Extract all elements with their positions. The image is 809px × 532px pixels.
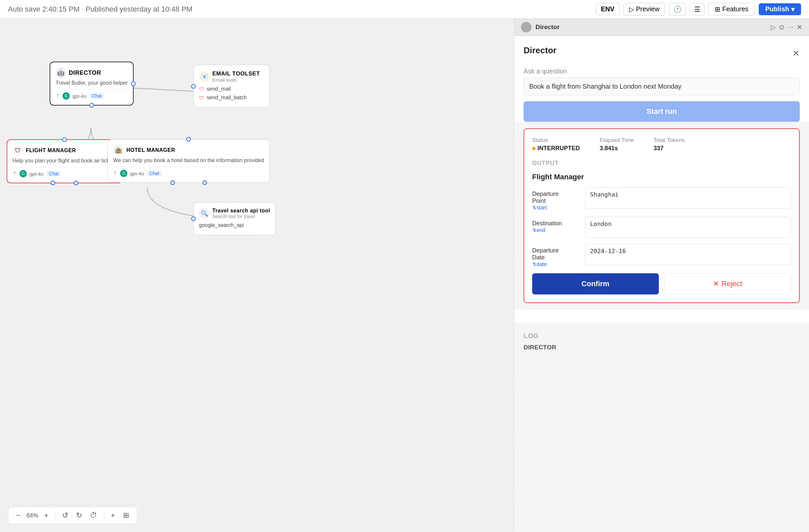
flight-port-bottom [51, 181, 55, 185]
director-model: gpt-4o [72, 93, 87, 99]
flight-node-title: FLIGHT MANAGER [26, 148, 76, 154]
departure-input[interactable] [585, 187, 791, 208]
spacer [514, 310, 809, 323]
director-node[interactable]: 🤖 DIRECTOR Travel Butler, your good help… [50, 62, 134, 105]
departure-label: DeparturePoint [532, 191, 579, 204]
tokens-value: 337 [654, 145, 685, 152]
svg-line-0 [132, 88, 195, 91]
flight-manager-node[interactable]: 🛡 FLIGHT MANAGER Help you plan your flig… [6, 139, 122, 183]
layout-button[interactable]: ⊞ [120, 510, 132, 521]
expand-icon-3: ⇡ [113, 170, 117, 176]
log-director-label: DIRECTOR [523, 344, 800, 351]
topbar: Auto save 2:40:15 PM · Published yesterd… [0, 0, 809, 19]
destination-var: ↯end [532, 227, 546, 233]
tokens-item: Total Tokens 337 [654, 137, 685, 152]
grid-icon: ⊞ [715, 5, 720, 13]
hotel-badge: Chat [147, 170, 162, 176]
reject-label: Reject [722, 279, 742, 288]
list-button[interactable]: ☰ [690, 3, 705, 16]
confirm-button[interactable]: Confirm [532, 273, 659, 294]
list-icon: ☰ [694, 6, 700, 13]
date-var: ↯date [532, 261, 547, 267]
play-icon: ▷ [629, 5, 634, 13]
email-tool-1: send_mail [207, 86, 231, 92]
chat-controls: ▷ ⊙ ··· ✕ [771, 23, 803, 31]
email-node-title: Email toolset [212, 70, 260, 77]
travel-icon: 🔍 [201, 210, 208, 217]
play-icon-chat[interactable]: ▷ [771, 23, 776, 31]
settings-icon-chat[interactable]: ⊙ [779, 23, 785, 31]
panel-title: Director [523, 45, 557, 56]
features-button[interactable]: ⊞ Features [708, 3, 755, 16]
elapsed-label: Elapsed Time [600, 137, 634, 143]
start-run-button[interactable]: Start run [523, 101, 800, 122]
flight-badge: Chat [46, 171, 62, 177]
hotel-node-desc: We can help you book a hotel based on th… [113, 157, 264, 164]
hotel-port-top [186, 137, 191, 142]
log-section: LOG DIRECTOR [514, 323, 809, 351]
toolbar-divider-2 [104, 512, 104, 519]
confirm-reject-row: Confirm ✕ Reject [532, 273, 791, 294]
travel-search-node[interactable]: 🔍 Travel search api tool Search tool for… [193, 202, 276, 235]
ask-input[interactable] [523, 78, 800, 95]
chat-bar-title: Director [535, 23, 767, 31]
date-input[interactable] [585, 244, 791, 265]
publish-button[interactable]: Publish ▾ [759, 3, 801, 15]
shield-icon-2: 🛡 [199, 95, 204, 101]
zoom-in-button[interactable]: + [42, 510, 51, 521]
autosave-text: Auto save 2:40:15 PM · Published yesterd… [8, 5, 591, 14]
env-button[interactable]: ENV [596, 3, 619, 15]
hotel-model: gpt-4o [130, 171, 144, 176]
preview-button[interactable]: ▷ Preview [623, 3, 665, 16]
hotel-node-title: HOTEL MANAGER [126, 147, 175, 153]
director-icon: 🤖 [57, 69, 65, 76]
date-label: DepartureDate [532, 247, 579, 261]
destination-label: Destination [532, 220, 579, 227]
ask-label: Ask a question [523, 68, 800, 75]
panel-close-button[interactable]: ✕ [792, 48, 800, 58]
destination-input[interactable] [585, 217, 791, 238]
openai-icon-2: G [19, 170, 27, 177]
panel-main: Director ✕ Ask a question Start run [514, 36, 809, 122]
reject-button[interactable]: ✕ Reject [664, 273, 791, 294]
status-output-panel: Status INTERRUPTED Elapsed Time 3.841s T… [523, 128, 800, 303]
travel-port-left [191, 217, 196, 221]
hotel-manager-node[interactable]: 🏨 HOTEL MANAGER We can help you book a h… [107, 139, 270, 183]
director-badge: Chat [89, 93, 104, 99]
workflow-canvas[interactable]: 🤖 DIRECTOR Travel Butler, your good help… [0, 19, 514, 532]
expand-icon-2: ⇡ [13, 171, 17, 177]
openai-icon-3: G [120, 170, 127, 177]
elapsed-item: Elapsed Time 3.841s [600, 137, 634, 152]
email-toolset-node[interactable]: 📧 Email toolset Email tools 🛡 send_mail … [193, 65, 270, 107]
x-icon: ✕ [713, 279, 719, 288]
redo-button[interactable]: ↻ [73, 510, 85, 521]
log-label: LOG [523, 332, 800, 340]
hotel-port-bottom-2 [202, 180, 207, 185]
elapsed-value: 3.841s [600, 145, 634, 152]
expand-icon: ⇡ [55, 93, 60, 99]
history-button[interactable]: ⏱ [87, 510, 100, 521]
output-section-label: OUTPUT [532, 160, 791, 167]
director-port-bottom [89, 103, 94, 107]
hotel-port-bottom [170, 180, 175, 185]
close-icon-chat[interactable]: ✕ [797, 23, 803, 31]
travel-tool: google_search_api [199, 222, 244, 228]
more-icon-chat[interactable]: ··· [788, 23, 793, 31]
travel-node-desc: Search tool for travel [212, 214, 270, 219]
undo-button[interactable]: ↺ [59, 510, 71, 521]
email-tool-2: send_mail_batch [207, 95, 247, 101]
destination-field-row: Destination ↯end [532, 217, 791, 238]
director-port-right [131, 81, 136, 86]
clock-button[interactable]: 🕐 [669, 3, 686, 16]
zoom-out-button[interactable]: − [14, 510, 23, 521]
status-item: Status INTERRUPTED [532, 137, 580, 152]
flight-manager-output-title: Flight Manager [532, 173, 791, 181]
flight-port-top [62, 137, 67, 142]
date-field-row: DepartureDate ↯date [532, 244, 791, 267]
departure-field-row: DeparturePoint ↯start [532, 187, 791, 211]
flight-model: gpt-4o [30, 171, 44, 177]
status-value: INTERRUPTED [537, 145, 580, 152]
add-node-button[interactable]: + [108, 510, 118, 521]
travel-node-title: Travel search api tool [212, 208, 270, 214]
flight-icon: 🛡 [15, 147, 21, 154]
